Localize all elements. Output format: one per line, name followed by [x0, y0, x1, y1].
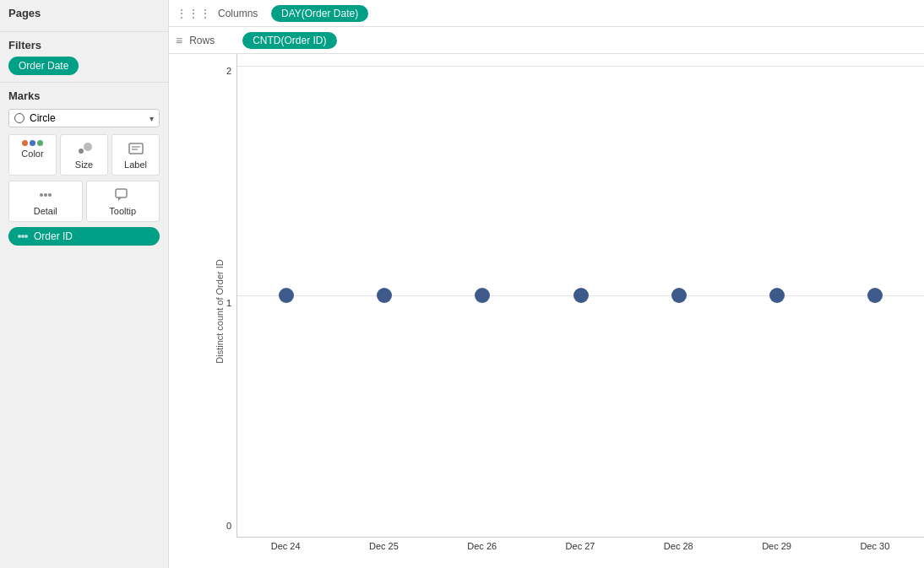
x-tick-label: Dec 26 — [467, 541, 497, 551]
rows-shelf-icon: ≡ — [176, 34, 182, 47]
columns-shelf-icon: ⋮⋮⋮ — [176, 7, 211, 20]
color-button[interactable]: Color — [8, 134, 57, 176]
x-tick-label: Dec 27 — [566, 541, 595, 551]
svg-point-12 — [24, 235, 28, 238]
marks-buttons-row1: Color Size Label — [8, 134, 160, 176]
order-id-detail-pill[interactable]: Order ID — [8, 227, 160, 246]
y-axis-label: Distinct count of Order ID — [215, 235, 225, 387]
grid-lines — [236, 54, 924, 538]
marks-dropdown-label: Circle — [30, 112, 56, 124]
rows-shelf-label: Rows — [189, 35, 236, 46]
data-point[interactable] — [769, 288, 785, 303]
size-label: Size — [75, 160, 93, 170]
x-tick-label: Dec 24 — [271, 541, 301, 551]
right-panel: ⋮⋮⋮ Columns DAY(Order Date) ≡ Rows CNTD(… — [169, 0, 924, 568]
color-dot-orange — [22, 140, 28, 146]
marks-type-dropdown[interactable]: Circle ▾ — [8, 109, 160, 127]
svg-point-7 — [48, 193, 52, 197]
svg-marker-9 — [118, 197, 122, 201]
svg-rect-8 — [116, 189, 127, 197]
chart-area: Distinct count of Order ID 2 1 0 Dec 24D… — [169, 54, 924, 568]
detail-label: Detail — [34, 206, 57, 216]
label-label: Label — [124, 160, 147, 170]
pages-title: Pages — [8, 7, 160, 19]
columns-shelf-label: Columns — [218, 8, 264, 19]
svg-point-5 — [40, 193, 43, 197]
label-icon — [128, 140, 144, 157]
size-button[interactable]: Size — [60, 134, 108, 176]
svg-point-0 — [79, 149, 84, 154]
order-date-filter[interactable]: Order Date — [8, 57, 79, 75]
color-dot-blue — [30, 140, 35, 146]
svg-point-10 — [18, 235, 21, 238]
svg-point-11 — [21, 235, 24, 238]
data-point[interactable] — [279, 288, 294, 303]
y-tick-0: 0 — [226, 521, 231, 531]
data-point[interactable] — [377, 288, 392, 303]
x-tick-label: Dec 29 — [762, 541, 791, 551]
label-button[interactable]: Label — [111, 134, 160, 176]
detail-pill-label: Order ID — [34, 230, 73, 242]
marks-title: Marks — [8, 89, 160, 102]
marks-section: Marks Circle ▾ Color — [0, 83, 168, 252]
rows-pill[interactable]: CNTD(Order ID) — [242, 32, 336, 49]
svg-rect-2 — [129, 143, 143, 154]
x-tick-label: Dec 30 — [860, 541, 889, 551]
left-panel: Pages Filters Order Date Marks Circle ▾ — [0, 0, 169, 568]
x-axis: Dec 24Dec 25Dec 26Dec 27Dec 28Dec 29Dec … — [236, 538, 924, 568]
color-icon — [22, 140, 43, 146]
size-icon — [76, 140, 93, 157]
grid-line-horizontal — [237, 66, 924, 67]
data-point[interactable] — [867, 288, 883, 303]
circle-icon — [14, 113, 24, 123]
data-point[interactable] — [671, 288, 687, 303]
svg-point-6 — [44, 193, 47, 197]
color-dot-green — [37, 140, 43, 146]
x-tick-label: Dec 28 — [664, 541, 693, 551]
detail-icon — [37, 187, 54, 203]
columns-shelf: ⋮⋮⋮ Columns DAY(Order Date) — [169, 0, 924, 27]
detail-button[interactable]: Detail — [8, 181, 83, 222]
pages-section: Pages — [0, 0, 168, 32]
y-tick-2: 2 — [226, 66, 231, 76]
main-layout: Pages Filters Order Date Marks Circle ▾ — [0, 0, 924, 568]
data-point[interactable] — [475, 288, 490, 303]
rows-shelf: ≡ Rows CNTD(Order ID) — [169, 27, 924, 54]
tooltip-icon — [114, 187, 131, 203]
tooltip-label: Tooltip — [109, 206, 136, 216]
detail-pill-icon — [17, 230, 29, 242]
data-point[interactable] — [573, 288, 589, 303]
y-axis: Distinct count of Order ID 2 1 0 — [169, 54, 236, 568]
dropdown-arrow-icon: ▾ — [149, 114, 154, 123]
y-tick-1: 1 — [226, 298, 231, 308]
plot-area: Dec 24Dec 25Dec 26Dec 27Dec 28Dec 29Dec … — [236, 54, 924, 568]
color-label: Color — [21, 149, 43, 159]
x-tick-label: Dec 25 — [369, 541, 399, 551]
columns-pill[interactable]: DAY(Order Date) — [271, 5, 368, 22]
svg-point-1 — [84, 143, 92, 151]
tooltip-button[interactable]: Tooltip — [86, 181, 160, 222]
filters-title: Filters — [8, 39, 160, 51]
marks-buttons-row2: Detail Tooltip — [8, 181, 160, 222]
filters-section: Filters Order Date — [0, 32, 168, 83]
